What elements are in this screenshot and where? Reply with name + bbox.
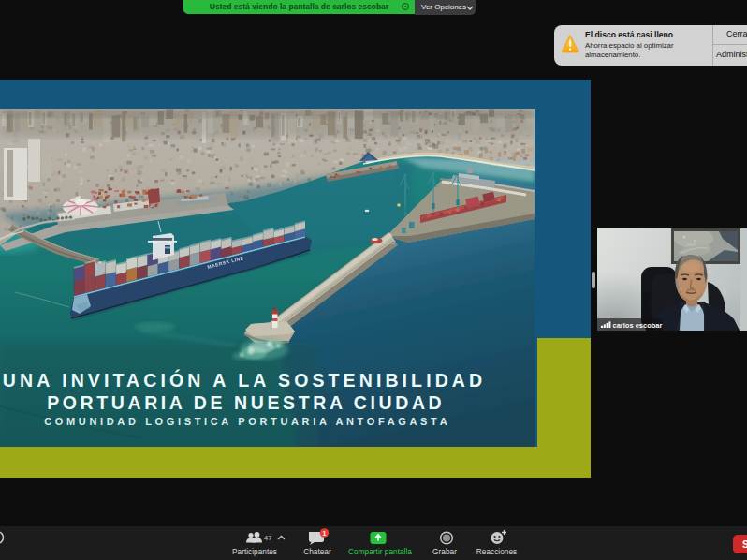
svg-text:S: S <box>742 539 747 550</box>
svg-text:carlos escobar: carlos escobar <box>613 321 663 330</box>
svg-text:Participantes: Participantes <box>232 547 277 556</box>
svg-text:Grabar: Grabar <box>432 547 457 556</box>
svg-text:1: 1 <box>323 530 327 537</box>
svg-text:Compartir pantalla: Compartir pantalla <box>348 547 412 556</box>
svg-text:Chatear: Chatear <box>303 547 331 556</box>
svg-text:Reacciones: Reacciones <box>476 547 517 556</box>
svg-text:47: 47 <box>264 534 271 542</box>
